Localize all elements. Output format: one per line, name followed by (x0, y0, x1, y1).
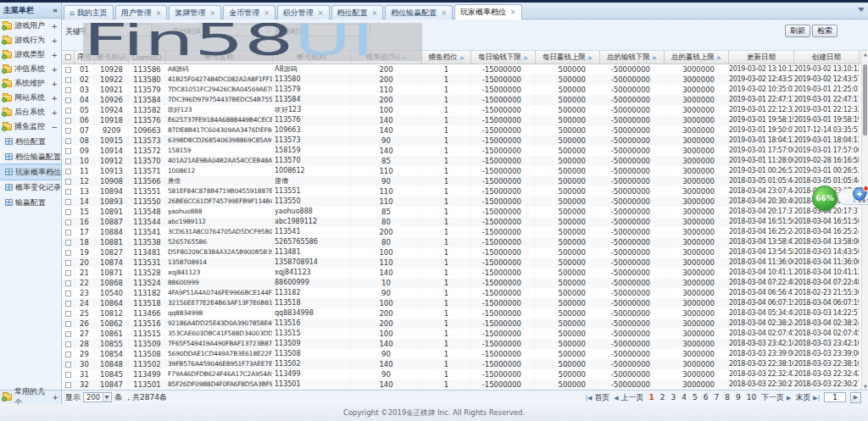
sidebar-group-6[interactable]: 后台系统+ (0, 105, 61, 119)
row-checkbox[interactable] (62, 85, 75, 95)
row-checkbox[interactable] (62, 64, 75, 75)
page-number-10[interactable]: 10 (746, 393, 757, 402)
refresh-button[interactable]: 刷新 (785, 25, 810, 37)
row-checkbox[interactable] (62, 166, 75, 176)
tab-0[interactable]: ⌂我的主页 (64, 5, 114, 19)
row-checkbox[interactable] (62, 379, 75, 390)
row-checkbox[interactable] (62, 95, 75, 105)
column-header[interactable]: 每日输钱下限 (471, 51, 536, 64)
vertical-scrollbar[interactable]: ▲ ▼ (861, 51, 868, 390)
expand-icon[interactable]: + (51, 51, 58, 59)
tab-7[interactable]: 玩家概率档位× (454, 4, 522, 19)
page-number-4[interactable]: 4 (681, 393, 687, 402)
sort-icon[interactable] (523, 56, 528, 59)
row-checkbox[interactable] (62, 217, 75, 227)
accelerator-ball[interactable]: 66% (812, 186, 837, 211)
sidebar-subitem-0[interactable]: 档位配置 (0, 134, 61, 149)
row-checkbox[interactable] (62, 339, 75, 349)
sidebar-group-7[interactable]: 捕鱼监控− (0, 119, 61, 134)
sort-icon[interactable] (652, 56, 657, 59)
scroll-up-icon[interactable]: ▲ (863, 52, 868, 57)
row-checkbox[interactable] (62, 105, 75, 115)
sidebar-subitem-3[interactable]: 概率变化记录 (0, 180, 61, 195)
page-number-6[interactable]: 6 (703, 393, 709, 402)
row-checkbox[interactable] (62, 329, 75, 339)
row-checkbox[interactable] (62, 115, 75, 125)
first-page-button[interactable]: |◀ 首页 (586, 392, 610, 403)
row-checkbox[interactable] (62, 136, 75, 146)
network-speed-widget[interactable]: ↑ 1K/s ↓ 29.9K/s 66% ✚ (800, 186, 868, 214)
row-checkbox[interactable] (62, 146, 75, 156)
expand-icon[interactable]: + (51, 36, 58, 45)
dropdown-arrow-icon[interactable] (103, 393, 110, 402)
row-checkbox[interactable] (62, 186, 75, 197)
select-all-checkbox[interactable] (62, 51, 75, 64)
row-checkbox[interactable] (62, 176, 75, 186)
column-header[interactable]: 总的输钱下限 (600, 51, 665, 64)
tab-1[interactable]: 用户管理× (115, 5, 168, 19)
expand-icon[interactable]: + (51, 94, 58, 102)
sort-icon[interactable] (587, 56, 593, 59)
sidebar-group-5[interactable]: 网站系统+ (0, 91, 61, 105)
search-button[interactable]: 检索 (812, 25, 837, 37)
close-icon[interactable]: × (156, 9, 162, 17)
prev-page-button[interactable]: ◀ 上一页 (614, 392, 643, 403)
row-checkbox[interactable] (62, 288, 75, 298)
tab-4[interactable]: 积分管理× (277, 5, 330, 19)
sidebar-group-0[interactable]: 游戏用户+ (0, 19, 61, 33)
sidebar-subitem-4[interactable]: 输赢配置 (0, 195, 61, 210)
close-icon[interactable]: × (441, 9, 447, 17)
row-checkbox[interactable] (62, 75, 75, 85)
goto-page-button[interactable]: ▶ (850, 392, 861, 403)
expand-icon[interactable]: + (51, 65, 58, 74)
expand-icon[interactable]: + (51, 22, 58, 30)
row-checkbox[interactable] (62, 308, 75, 319)
expand-icon[interactable]: − (51, 123, 58, 131)
row-checkbox[interactable] (62, 369, 75, 379)
scroll-down-icon[interactable]: ▼ (863, 384, 868, 389)
row-checkbox[interactable] (62, 278, 75, 288)
row-checkbox[interactable] (62, 227, 75, 237)
expand-icon[interactable]: + (51, 108, 58, 117)
sidebar-subitem-2[interactable]: 玩家概率档位 (0, 164, 61, 180)
tab-2[interactable]: 奖牌管理× (169, 5, 221, 19)
sidebar-group-3[interactable]: 冲值系统+ (0, 62, 61, 76)
page-number-5[interactable]: 5 (692, 393, 698, 402)
page-number-7[interactable]: 7 (713, 393, 720, 402)
next-page-button[interactable]: 下一页 ▶ (761, 392, 791, 403)
scrollbar-thumb[interactable] (863, 64, 867, 136)
tab-3[interactable]: 金币管理× (223, 5, 275, 19)
sort-icon[interactable] (716, 56, 721, 59)
row-checkbox[interactable] (62, 237, 75, 247)
close-icon[interactable]: × (209, 9, 215, 17)
row-checkbox[interactable] (62, 359, 75, 369)
close-icon[interactable]: × (264, 9, 270, 17)
close-icon[interactable]: × (318, 9, 324, 17)
sidebar-item-common[interactable]: 常用的几个 + (0, 390, 61, 404)
page-number-9[interactable]: 9 (735, 393, 742, 402)
tab-overflow-icon[interactable] (858, 8, 865, 12)
page-number-8[interactable]: 8 (724, 393, 731, 402)
sidebar-group-1[interactable]: 游戏行为+ (0, 33, 61, 47)
sidebar-group-2[interactable]: 游戏类型+ (0, 47, 61, 62)
row-checkbox[interactable] (62, 258, 75, 268)
last-page-button[interactable]: 末页 ▶| (795, 392, 820, 403)
column-header[interactable]: 每日赢钱上限 (536, 51, 600, 64)
tab-5[interactable]: 档位配置× (331, 5, 384, 19)
page-size-select[interactable]: 200 (83, 392, 112, 402)
row-checkbox[interactable] (62, 197, 75, 207)
row-checkbox[interactable] (62, 298, 75, 308)
sidebar-subitem-1[interactable]: 档位输赢配置 (0, 149, 61, 164)
close-icon[interactable]: × (372, 9, 378, 17)
row-checkbox[interactable] (62, 268, 75, 278)
column-header[interactable]: 总的赢钱上限 (665, 51, 729, 64)
sort-icon[interactable] (459, 56, 465, 59)
checkbox[interactable] (65, 54, 71, 60)
sidebar-group-4[interactable]: 系统维护+ (0, 76, 61, 91)
column-header[interactable]: 捕鱼档位 (422, 51, 471, 64)
expand-icon[interactable]: + (51, 80, 58, 88)
row-checkbox[interactable] (62, 125, 75, 136)
row-checkbox[interactable] (62, 156, 75, 166)
expand-icon[interactable]: + (52, 393, 58, 402)
tab-6[interactable]: 档位输赢配置× (385, 5, 453, 19)
